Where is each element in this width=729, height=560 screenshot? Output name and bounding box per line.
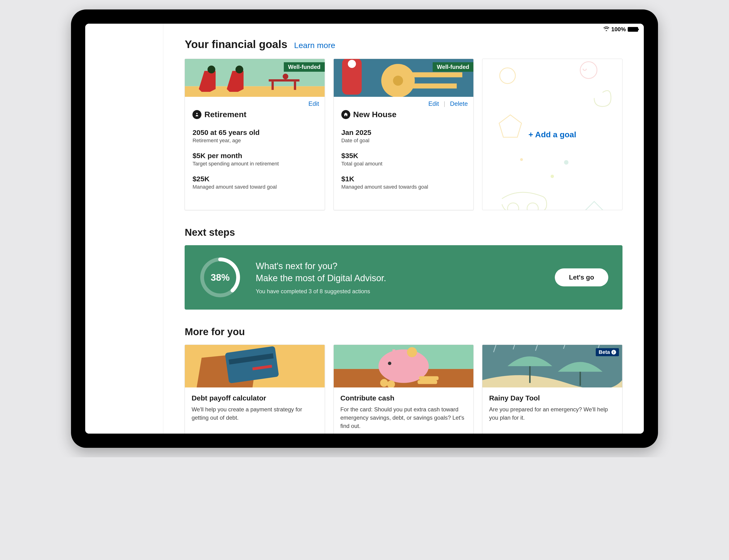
- stat-label: Retirement year, age: [192, 138, 317, 144]
- battery-percent: 100%: [611, 26, 626, 33]
- svg-point-31: [407, 347, 417, 357]
- tablet-frame: 100% Your financial goals Learn more: [71, 9, 658, 448]
- banner-headline-2: Make the most of Digital Advisor.: [256, 272, 540, 284]
- more-card-contribute[interactable]: Contribute cash For the card: Should you…: [333, 345, 474, 434]
- more-card-title: Rainy Day Tool: [489, 394, 616, 402]
- svg-point-6: [208, 66, 215, 73]
- svg-point-20: [508, 203, 519, 210]
- goal-card-new-house[interactable]: Well-funded Edit | Delete: [333, 59, 474, 210]
- more-card-desc: We'll help you create a payment strategy…: [191, 405, 318, 422]
- more-card-debt[interactable]: Debt payoff calculator We'll help you cr…: [185, 345, 325, 434]
- stat-label: Managed amount saved towards goal: [341, 184, 466, 190]
- goal-card-retirement[interactable]: Well-funded Edit Retirement: [185, 59, 325, 210]
- more-card-rainy-day[interactable]: Beta i Rainy Day Tool Are you prepared f…: [482, 345, 622, 434]
- next-steps-heading: Next steps: [185, 227, 622, 238]
- battery-icon: [628, 27, 638, 32]
- svg-rect-13: [406, 72, 462, 77]
- stat-value: $5K per month: [192, 152, 317, 160]
- page-title: Your financial goals: [185, 38, 287, 51]
- house-illustration: Well-funded: [334, 59, 474, 97]
- next-steps-section: Next steps 38% What's next for you? Make…: [185, 227, 622, 310]
- next-steps-banner: 38% What's next for you? Make the most o…: [185, 245, 622, 310]
- main-content: Your financial goals Learn more: [163, 24, 644, 434]
- stat-value: $35K: [341, 152, 466, 160]
- retirement-icon: [192, 110, 201, 119]
- more-card-desc: For the card: Should you put extra cash …: [340, 405, 467, 430]
- status-badge: Well-funded: [433, 62, 474, 72]
- stat-value: 2050 at 65 years old: [192, 129, 317, 137]
- svg-rect-14: [406, 84, 457, 89]
- more-card-title: Contribute cash: [340, 394, 467, 402]
- svg-point-17: [564, 160, 569, 165]
- svg-point-7: [236, 66, 243, 73]
- status-badge: Well-funded: [284, 62, 325, 72]
- svg-point-15: [393, 76, 403, 86]
- add-goal-label: + Add a goal: [529, 130, 576, 139]
- svg-point-5: [283, 74, 289, 79]
- svg-point-8: [196, 113, 198, 114]
- more-card-desc: Are you prepared for an emergency? We'll…: [489, 405, 616, 422]
- left-sidebar: [85, 24, 163, 434]
- retirement-illustration: Well-funded: [185, 59, 325, 97]
- svg-rect-2: [269, 79, 300, 81]
- svg-point-34: [380, 379, 388, 387]
- more-card-title: Debt payoff calculator: [191, 394, 318, 402]
- stat-value: Jan 2025: [341, 129, 466, 137]
- edit-link[interactable]: Edit: [308, 100, 319, 107]
- svg-point-11: [347, 59, 356, 68]
- card-actions: Edit: [185, 97, 325, 109]
- learn-more-link[interactable]: Learn more: [294, 41, 335, 50]
- stat-value: $25K: [192, 175, 317, 183]
- svg-rect-36: [418, 380, 437, 384]
- svg-point-21: [527, 203, 538, 210]
- info-icon[interactable]: i: [611, 350, 616, 355]
- add-goal-card[interactable]: + Add a goal: [482, 59, 622, 210]
- divider: |: [444, 100, 445, 107]
- banner-subtext: You have completed 3 of 8 suggested acti…: [256, 288, 540, 295]
- more-for-you-section: More for you: [185, 326, 622, 434]
- status-bar: 100%: [603, 26, 638, 33]
- svg-rect-4: [294, 81, 296, 90]
- stat-label: Total goal amount: [341, 161, 466, 167]
- goals-header: Your financial goals Learn more: [185, 38, 622, 51]
- svg-point-19: [551, 175, 554, 178]
- more-heading: More for you: [185, 326, 622, 338]
- stat-label: Managed amount saved toward goal: [192, 184, 317, 190]
- svg-rect-37: [419, 376, 439, 380]
- debt-illustration: [185, 345, 325, 387]
- banner-headline-1: What's next for you?: [256, 260, 540, 272]
- rainy-illustration: Beta i: [482, 345, 622, 387]
- goal-title: Retirement: [204, 110, 246, 119]
- card-actions: Edit | Delete: [334, 97, 474, 109]
- screen: 100% Your financial goals Learn more: [85, 24, 644, 434]
- beta-badge: Beta i: [596, 348, 619, 356]
- stat-label: Target spending amount in retirement: [192, 161, 317, 167]
- svg-rect-3: [272, 81, 274, 90]
- beta-label: Beta: [599, 349, 610, 355]
- progress-percent: 38%: [199, 256, 241, 299]
- more-row: Debt payoff calculator We'll help you cr…: [185, 345, 622, 434]
- lets-go-button[interactable]: Let's go: [555, 268, 608, 286]
- contribute-illustration: [334, 345, 474, 387]
- progress-ring: 38%: [199, 256, 241, 299]
- house-icon: [341, 110, 350, 119]
- stat-value: $1K: [341, 175, 466, 183]
- edit-link[interactable]: Edit: [428, 100, 439, 107]
- wifi-icon: [603, 26, 609, 32]
- goals-row: Well-funded Edit Retirement: [185, 59, 622, 210]
- goal-title: New House: [353, 110, 396, 119]
- svg-point-16: [500, 68, 516, 84]
- svg-point-18: [520, 158, 523, 161]
- svg-rect-32: [392, 349, 395, 358]
- svg-point-33: [388, 362, 391, 365]
- stat-label: Date of goal: [341, 138, 466, 144]
- delete-link[interactable]: Delete: [450, 100, 468, 107]
